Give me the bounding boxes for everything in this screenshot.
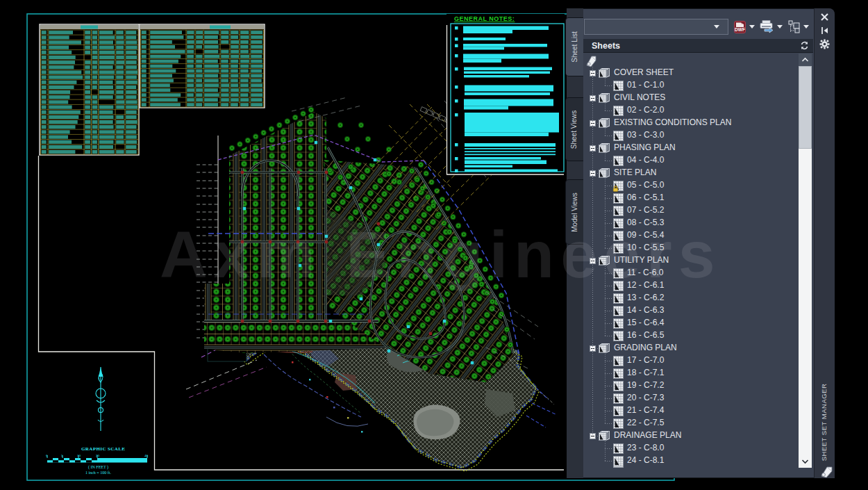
svg-text:1 inch = 100 ft.: 1 inch = 100 ft. bbox=[85, 471, 111, 475]
svg-text:GRAPHIC SCALE: GRAPHIC SCALE bbox=[81, 446, 125, 452]
svg-text:DWF: DWF bbox=[735, 27, 745, 32]
svg-text:20: 20 bbox=[96, 454, 100, 457]
svg-text:40: 40 bbox=[144, 454, 149, 457]
svg-text:( IN FEET ): ( IN FEET ) bbox=[88, 465, 108, 470]
svg-text:5: 5 bbox=[61, 454, 63, 457]
svg-text:GENERAL NOTES:: GENERAL NOTES: bbox=[454, 15, 515, 22]
svg-text:10: 10 bbox=[77, 454, 81, 457]
svg-text:0: 0 bbox=[46, 454, 48, 457]
